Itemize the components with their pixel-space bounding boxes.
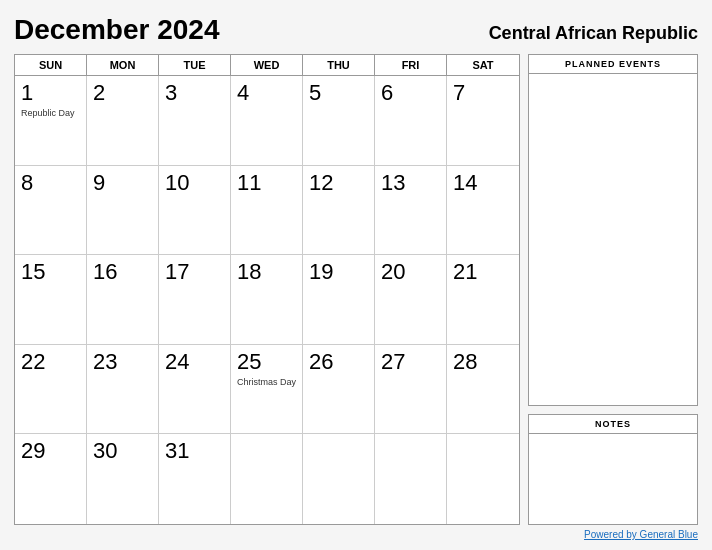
day-number: 30 xyxy=(93,438,152,464)
footer: Powered by General Blue xyxy=(14,529,698,540)
powered-by-link[interactable]: Powered by General Blue xyxy=(584,529,698,540)
day-number: 19 xyxy=(309,259,368,285)
day-cell: 11 xyxy=(231,166,303,256)
day-cell: 17 xyxy=(159,255,231,345)
day-number: 1 xyxy=(21,80,80,106)
day-number: 9 xyxy=(93,170,152,196)
day-header: SUN xyxy=(15,55,87,75)
day-cell: 15 xyxy=(15,255,87,345)
planned-events-box: PLANNED EVENTS xyxy=(528,54,698,406)
day-cell: 24 xyxy=(159,345,231,435)
day-cell xyxy=(447,434,519,524)
day-number: 16 xyxy=(93,259,152,285)
day-number: 11 xyxy=(237,170,296,196)
day-cell: 29 xyxy=(15,434,87,524)
day-cell: 8 xyxy=(15,166,87,256)
main-content: SUNMONTUEWEDTHUFRISAT 1Republic Day23456… xyxy=(14,54,698,525)
day-number: 18 xyxy=(237,259,296,285)
day-cell: 16 xyxy=(87,255,159,345)
day-cell: 12 xyxy=(303,166,375,256)
day-number: 20 xyxy=(381,259,440,285)
day-cell: 28 xyxy=(447,345,519,435)
day-cell: 9 xyxy=(87,166,159,256)
page: December 2024 Central African Republic S… xyxy=(0,0,712,550)
day-cell: 31 xyxy=(159,434,231,524)
day-cell: 26 xyxy=(303,345,375,435)
day-header: THU xyxy=(303,55,375,75)
day-cell: 18 xyxy=(231,255,303,345)
day-cell: 20 xyxy=(375,255,447,345)
day-cell: 10 xyxy=(159,166,231,256)
month-title: December 2024 xyxy=(14,14,219,46)
day-header: SAT xyxy=(447,55,519,75)
day-number: 31 xyxy=(165,438,224,464)
day-number: 28 xyxy=(453,349,513,375)
notes-content xyxy=(529,434,697,524)
day-cell xyxy=(303,434,375,524)
day-number: 3 xyxy=(165,80,224,106)
day-cell: 21 xyxy=(447,255,519,345)
day-cell: 4 xyxy=(231,76,303,166)
day-number: 27 xyxy=(381,349,440,375)
day-number: 6 xyxy=(381,80,440,106)
day-cell: 6 xyxy=(375,76,447,166)
day-number: 8 xyxy=(21,170,80,196)
day-cell: 3 xyxy=(159,76,231,166)
calendar-section: SUNMONTUEWEDTHUFRISAT 1Republic Day23456… xyxy=(14,54,520,525)
calendar-grid: 1Republic Day234567891011121314151617181… xyxy=(15,76,519,524)
notes-box: NOTES xyxy=(528,414,698,525)
notes-title: NOTES xyxy=(529,415,697,434)
day-cell: 14 xyxy=(447,166,519,256)
country-title: Central African Republic xyxy=(489,23,698,44)
day-cell: 27 xyxy=(375,345,447,435)
day-number: 10 xyxy=(165,170,224,196)
day-number: 4 xyxy=(237,80,296,106)
day-header: FRI xyxy=(375,55,447,75)
day-header: TUE xyxy=(159,55,231,75)
day-cell xyxy=(375,434,447,524)
day-cell: 25Christmas Day xyxy=(231,345,303,435)
day-cell: 2 xyxy=(87,76,159,166)
day-number: 22 xyxy=(21,349,80,375)
day-number: 23 xyxy=(93,349,152,375)
holiday-text: Republic Day xyxy=(21,108,80,119)
day-number: 29 xyxy=(21,438,80,464)
day-headers: SUNMONTUEWEDTHUFRISAT xyxy=(15,55,519,76)
day-cell: 23 xyxy=(87,345,159,435)
planned-events-title: PLANNED EVENTS xyxy=(529,55,697,74)
day-cell: 22 xyxy=(15,345,87,435)
day-cell: 5 xyxy=(303,76,375,166)
day-number: 17 xyxy=(165,259,224,285)
day-number: 5 xyxy=(309,80,368,106)
day-cell: 30 xyxy=(87,434,159,524)
day-number: 15 xyxy=(21,259,80,285)
day-number: 2 xyxy=(93,80,152,106)
day-header: MON xyxy=(87,55,159,75)
day-cell: 1Republic Day xyxy=(15,76,87,166)
day-cell: 7 xyxy=(447,76,519,166)
day-number: 12 xyxy=(309,170,368,196)
header: December 2024 Central African Republic xyxy=(14,14,698,46)
day-number: 14 xyxy=(453,170,513,196)
planned-events-content xyxy=(529,74,697,405)
day-number: 21 xyxy=(453,259,513,285)
day-cell xyxy=(231,434,303,524)
sidebar: PLANNED EVENTS NOTES xyxy=(528,54,698,525)
day-number: 26 xyxy=(309,349,368,375)
day-cell: 13 xyxy=(375,166,447,256)
day-number: 7 xyxy=(453,80,513,106)
day-cell: 19 xyxy=(303,255,375,345)
holiday-text: Christmas Day xyxy=(237,377,296,388)
day-number: 13 xyxy=(381,170,440,196)
day-number: 25 xyxy=(237,349,296,375)
day-header: WED xyxy=(231,55,303,75)
day-number: 24 xyxy=(165,349,224,375)
